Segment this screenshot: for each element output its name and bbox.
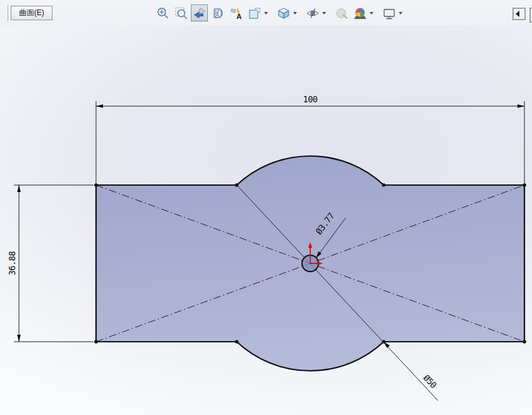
hide-show-items-icon bbox=[306, 6, 320, 20]
hide-show-items-dropdown-icon[interactable] bbox=[322, 12, 326, 15]
arrowhead bbox=[517, 104, 524, 108]
view-orientation-icon bbox=[248, 6, 262, 20]
view-toolbar: A bbox=[154, 4, 405, 21]
collapse-left-icon bbox=[516, 11, 519, 17]
zoom-to-area-button[interactable] bbox=[172, 4, 190, 21]
view-settings-button[interactable] bbox=[380, 4, 397, 21]
section-view-button[interactable] bbox=[209, 4, 226, 21]
zoom-to-fit-button[interactable] bbox=[154, 4, 171, 21]
3d-drawing-view-button[interactable]: A bbox=[227, 4, 245, 21]
arrowhead bbox=[17, 185, 21, 192]
edit-appearance-button[interactable] bbox=[333, 4, 350, 21]
zoom-to-fit-icon bbox=[156, 6, 170, 20]
dimension-height-text[interactable]: 36.88 bbox=[7, 251, 17, 276]
apply-scene-dropdown-icon[interactable] bbox=[370, 12, 373, 15]
3d-drawing-view-icon: A bbox=[229, 6, 243, 20]
tab-separator bbox=[8, 5, 8, 21]
apply-scene-button[interactable] bbox=[351, 4, 368, 21]
arrowhead bbox=[96, 104, 103, 108]
display-style-icon bbox=[277, 6, 291, 20]
tab-surface[interactable]: 曲面(E) bbox=[11, 6, 52, 20]
view-settings-icon bbox=[382, 6, 396, 20]
dimension-height[interactable]: 36.88 bbox=[7, 185, 94, 342]
section-view-icon bbox=[211, 6, 225, 20]
collapse-pane-edge bbox=[529, 8, 532, 23]
hide-show-items-button[interactable] bbox=[304, 4, 321, 21]
arrowhead bbox=[17, 335, 21, 342]
display-style-button[interactable] bbox=[275, 4, 292, 21]
view-orientation-dropdown-icon[interactable] bbox=[264, 12, 268, 15]
dimension-arc-diameter[interactable]: Ø50 bbox=[384, 342, 438, 390]
display-style-dropdown-icon[interactable] bbox=[293, 12, 297, 15]
dimension-width-text[interactable]: 100 bbox=[303, 94, 318, 104]
apply-scene-icon bbox=[353, 6, 367, 20]
view-orientation-button[interactable] bbox=[246, 4, 263, 21]
sketch-viewport[interactable]: WWW.CIDM WWW.CIDM Ø50 Ø3.77 100 bbox=[0, 0, 532, 415]
zoom-to-area-icon bbox=[174, 6, 188, 20]
collapse-pane-button[interactable] bbox=[512, 8, 526, 20]
svg-text:A: A bbox=[236, 13, 241, 20]
edit-appearance-icon bbox=[335, 6, 349, 20]
previous-view-button[interactable] bbox=[191, 4, 208, 21]
dimension-arc-diameter-text[interactable]: Ø50 bbox=[421, 373, 439, 390]
view-settings-dropdown-icon[interactable] bbox=[399, 12, 402, 15]
toolbar: 曲面(E) bbox=[0, 0, 532, 25]
previous-view-icon bbox=[193, 6, 207, 20]
